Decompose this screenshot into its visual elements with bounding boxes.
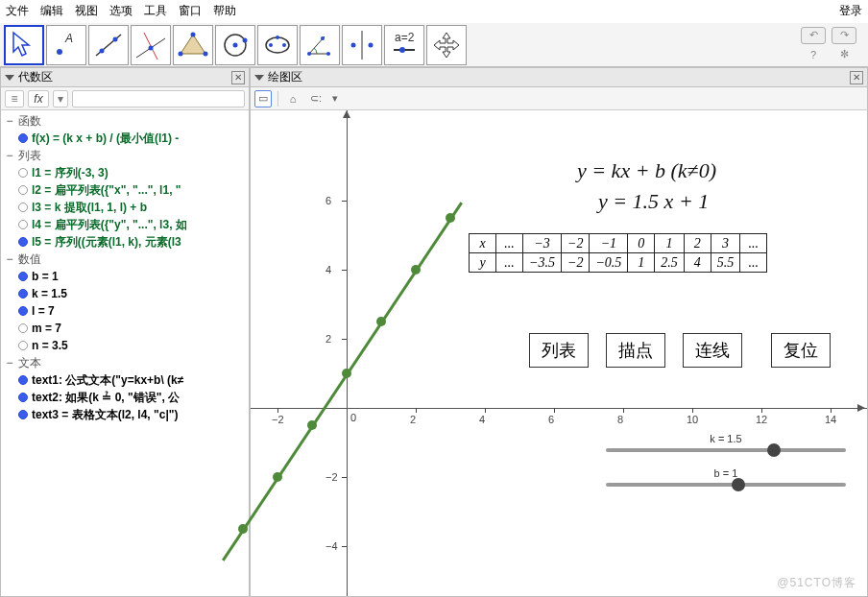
plot-point[interactable] — [446, 213, 455, 223]
tool-angle[interactable] — [300, 25, 340, 65]
item-text2[interactable]: text2: 如果(k ≟ 0, "错误", 公 — [32, 390, 180, 406]
tool-ellipse[interactable] — [257, 25, 298, 65]
grid-toggle[interactable]: ▭ — [254, 90, 272, 107]
fx-menu-icon[interactable]: ≡ — [5, 90, 24, 107]
vis-dot[interactable] — [18, 272, 28, 281]
undo-button[interactable]: ↶ — [801, 27, 826, 44]
btn-connect[interactable]: 连线 — [683, 333, 742, 368]
svg-point-24 — [369, 42, 374, 47]
menu-file[interactable]: 文件 — [6, 3, 29, 19]
vis-dot[interactable] — [18, 185, 28, 195]
algebra-panel: 代数区 ✕ ≡ fx ▾ −函数 f(x) = (k x + b) / (最小值… — [0, 67, 250, 597]
vis-dot[interactable] — [18, 133, 28, 143]
group-values[interactable]: 数值 — [18, 251, 41, 268]
vis-dot[interactable] — [18, 410, 28, 419]
home-icon[interactable]: ⌂ — [284, 90, 301, 107]
svg-marker-8 — [181, 35, 205, 54]
svg-text:A: A — [64, 32, 73, 45]
slider-b[interactable]: b = 1 — [606, 483, 846, 487]
graphics-canvas[interactable]: −22468101214−4−22460y = kx + b (k≠0)y = … — [251, 110, 867, 596]
plot-point[interactable] — [342, 369, 351, 378]
svg-point-21 — [321, 36, 325, 40]
vis-dot[interactable] — [18, 237, 28, 247]
tool-polygon[interactable] — [173, 25, 213, 65]
item-l[interactable]: l = 7 — [32, 304, 55, 318]
vis-dot[interactable] — [18, 168, 28, 178]
tool-line[interactable] — [88, 25, 129, 65]
svg-point-19 — [307, 52, 311, 56]
item-n[interactable]: n = 3.5 — [32, 339, 68, 352]
right-toolbar: ↶ ↷ ? ✼ — [801, 27, 864, 63]
graphics-title-bar: 绘图区 ✕ — [251, 68, 867, 87]
plot-point[interactable] — [238, 524, 248, 534]
tool-reflect[interactable] — [342, 25, 382, 65]
formula-specific: y = 1.5 x + 1 — [598, 189, 709, 214]
svg-point-10 — [204, 51, 208, 56]
item-l1[interactable]: l1 = 序列(-3, 3) — [32, 165, 108, 181]
item-l4[interactable]: l4 = 扁平列表({"y", "...", l3, 如 — [32, 217, 187, 233]
group-functions[interactable]: 函数 — [18, 113, 41, 130]
vis-dot[interactable] — [18, 323, 28, 333]
vis-dot[interactable] — [18, 289, 28, 298]
svg-point-0 — [57, 49, 62, 55]
data-table: x...−3−2−10123...y...−3.5−2−0.512.545.5.… — [469, 233, 767, 273]
btn-list[interactable]: 列表 — [529, 333, 589, 368]
plot-point[interactable] — [376, 317, 386, 326]
point-capture-icon[interactable]: ⊂: — [307, 90, 325, 107]
item-text3[interactable]: text3 = 表格文本(l2, l4, "c|") — [32, 407, 178, 423]
item-l3[interactable]: l3 = k 提取(l1, 1, l) + b — [32, 200, 147, 216]
slider-k[interactable]: k = 1.5 — [606, 448, 846, 452]
close-algebra[interactable]: ✕ — [231, 71, 245, 84]
item-b[interactable]: b = 1 — [32, 270, 59, 283]
fx-input[interactable] — [72, 90, 245, 107]
svg-line-2 — [96, 35, 121, 56]
collapse-icon[interactable] — [5, 75, 14, 81]
svg-point-7 — [149, 45, 154, 50]
svg-point-23 — [351, 42, 356, 47]
collapse-icon[interactable] — [254, 75, 264, 81]
menu-help[interactable]: 帮助 — [213, 3, 236, 19]
tool-perp[interactable] — [131, 25, 171, 65]
algebra-tree: −函数 f(x) = (k x + b) / (最小值(l1) - −列表 l1… — [1, 110, 249, 596]
group-lists[interactable]: 列表 — [18, 148, 41, 164]
item-fx[interactable]: f(x) = (k x + b) / (最小值(l1) - — [32, 131, 179, 147]
help-icon[interactable]: ? — [801, 46, 826, 63]
graphics-dropdown[interactable]: ▾ — [330, 90, 340, 107]
graphics-title: 绘图区 — [268, 69, 302, 85]
fx-dropdown[interactable]: ▾ — [53, 90, 68, 107]
item-m[interactable]: m = 7 — [32, 322, 61, 335]
plot-point[interactable] — [411, 265, 421, 275]
close-graphics[interactable]: ✕ — [850, 71, 863, 84]
btn-plot[interactable]: 描点 — [606, 333, 665, 368]
menu-options[interactable]: 选项 — [109, 3, 133, 19]
fx-bar: ≡ fx ▾ — [1, 87, 249, 110]
watermark: @51CTO博客 — [777, 575, 856, 591]
vis-dot[interactable] — [18, 306, 28, 316]
plot-point[interactable] — [307, 420, 317, 430]
tool-move[interactable] — [4, 25, 44, 65]
group-text[interactable]: 文本 — [18, 355, 41, 371]
tool-move-view[interactable] — [426, 25, 467, 65]
item-l2[interactable]: l2 = 扁平列表({"x", "...", l1, " — [32, 182, 181, 199]
vis-dot[interactable] — [18, 341, 28, 350]
login-link[interactable]: 登录 — [839, 3, 862, 19]
formula-general: y = kx + b (k≠0) — [577, 158, 716, 183]
menu-window[interactable]: 窗口 — [179, 3, 202, 19]
tool-point[interactable]: A — [46, 25, 86, 65]
settings-icon[interactable]: ✼ — [832, 46, 856, 63]
redo-button[interactable]: ↷ — [832, 27, 856, 44]
plot-point[interactable] — [273, 472, 282, 482]
tool-slider[interactable]: a=2 — [384, 25, 424, 65]
tool-circle[interactable] — [215, 25, 255, 65]
menu-view[interactable]: 视图 — [75, 3, 98, 19]
vis-dot[interactable] — [18, 203, 28, 212]
item-text1[interactable]: text1: 公式文本("y=kx+b\ (k≠ — [32, 372, 183, 389]
item-l5[interactable]: l5 = 序列((元素(l1, k), 元素(l3 — [32, 234, 181, 251]
vis-dot[interactable] — [18, 375, 28, 385]
menu-tools[interactable]: 工具 — [144, 3, 167, 19]
item-k[interactable]: k = 1.5 — [32, 287, 67, 300]
menu-edit[interactable]: 编辑 — [40, 3, 63, 19]
vis-dot[interactable] — [18, 220, 28, 229]
vis-dot[interactable] — [18, 393, 28, 402]
btn-reset[interactable]: 复位 — [771, 333, 831, 368]
